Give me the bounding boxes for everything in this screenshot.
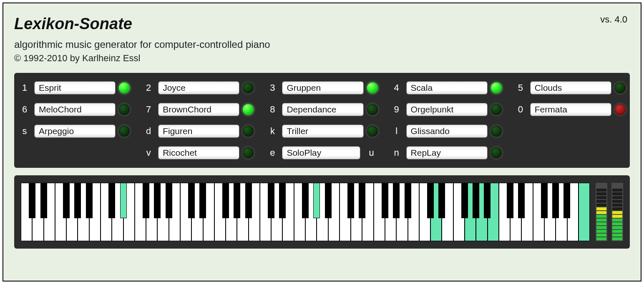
module-name-field[interactable]: Gruppen [282,81,363,95]
module-replay[interactable]: nRepLay [390,144,502,161]
module-joyce[interactable]: 2Joyce [142,80,254,96]
status-led[interactable] [119,82,130,93]
module-figuren[interactable]: dFiguren [142,123,254,140]
black-key[interactable] [86,183,93,218]
black-key[interactable] [143,183,149,218]
module-brownchord[interactable]: 7BrownChord [142,101,254,118]
module-key: 6 [18,104,31,115]
black-key[interactable] [279,183,286,218]
meter-segment [612,211,622,214]
black-key[interactable] [564,183,570,218]
piano-keyboard[interactable] [21,183,590,241]
module-name-field[interactable]: Clouds [530,81,611,95]
status-led[interactable] [367,126,378,137]
module-triller[interactable]: kTriller [266,123,377,140]
black-key[interactable] [405,183,411,218]
status-led[interactable] [491,104,502,115]
module-dependance[interactable]: 8Dependance [266,101,377,118]
level-meter-right [611,183,623,241]
black-key[interactable] [222,183,229,218]
module-esprit[interactable]: 1Esprit [18,80,130,96]
black-key[interactable] [325,183,332,218]
status-led[interactable] [367,82,378,93]
status-led[interactable] [119,104,130,115]
black-key[interactable] [120,183,127,218]
black-key[interactable] [518,183,525,218]
black-key[interactable] [393,183,400,218]
meter-segment [596,189,606,192]
status-led[interactable] [243,82,254,93]
black-key[interactable] [427,183,434,218]
status-led[interactable] [491,82,502,93]
module-soloplay[interactable]: eSoloPlayu [266,144,377,161]
black-key[interactable] [461,183,468,218]
black-key[interactable] [166,183,172,218]
module-name-field[interactable]: Scala [406,81,488,95]
module-arpeggio[interactable]: sArpeggio [18,123,130,140]
white-key[interactable] [579,183,590,241]
black-key[interactable] [473,183,479,218]
status-led[interactable] [367,104,378,115]
module-name-field[interactable]: Orgelpunkt [406,103,488,116]
status-led[interactable] [243,104,254,115]
status-led[interactable] [243,147,254,158]
module-name-field[interactable]: Ricochet [158,146,239,159]
status-led[interactable] [615,104,626,115]
module-name-field[interactable]: SoloPlay [282,146,360,159]
black-key[interactable] [347,183,354,218]
black-key[interactable] [382,183,388,218]
black-key[interactable] [484,183,491,218]
black-key[interactable] [541,183,548,218]
black-key[interactable] [29,183,35,218]
module-name-field[interactable]: Arpeggio [34,125,116,138]
module-name-field[interactable]: Dependance [282,103,363,116]
black-key[interactable] [199,183,206,218]
status-led[interactable] [491,147,502,158]
module-name-field[interactable]: MeloChord [34,103,116,116]
module-name-field[interactable]: BrownChord [158,103,239,116]
module-name-field[interactable]: Fermata [530,103,611,116]
module-panel: 1Esprit2Joyce3Gruppen4Scala5Clouds6MeloC… [14,73,630,168]
black-key[interactable] [438,183,445,218]
module-name-field[interactable]: Figuren [158,125,239,138]
module-key: 8 [266,104,279,115]
module-gruppen[interactable]: 3Gruppen [266,80,377,96]
black-key[interactable] [507,183,513,218]
status-led[interactable] [243,126,254,137]
black-key[interactable] [40,183,47,218]
meter-segment [596,226,606,229]
module-orgelpunkt[interactable]: 9Orgelpunkt [390,101,502,118]
black-key[interactable] [74,183,81,218]
module-scala[interactable]: 4Scala [390,80,502,96]
black-key[interactable] [245,183,252,218]
black-key[interactable] [188,183,195,218]
module-melochord[interactable]: 6MeloChord [18,101,130,118]
module-key: v [142,147,155,158]
black-key[interactable] [154,183,161,218]
black-key[interactable] [359,183,365,218]
black-key[interactable] [302,183,309,218]
black-key[interactable] [234,183,240,218]
status-led[interactable] [615,82,626,93]
meter-segment [596,219,606,222]
module-glissando[interactable]: lGlissando [390,123,502,140]
module-name-field[interactable]: Esprit [34,81,116,95]
module-name-field[interactable]: RepLay [406,146,488,159]
module-clouds[interactable]: 5Clouds [514,80,626,96]
module-key: 4 [390,82,403,93]
module-name-field[interactable]: Triller [282,125,363,138]
black-key[interactable] [552,183,559,218]
black-key[interactable] [313,183,320,218]
module-name-field[interactable]: Joyce [158,81,239,95]
module-ricochet[interactable]: vRicochet [142,144,254,161]
meter-segment [612,230,622,233]
meter-segment [612,207,622,210]
status-led[interactable] [491,126,502,137]
black-key[interactable] [268,183,274,218]
status-led[interactable] [119,126,130,137]
module-name-field[interactable]: Glissando [406,125,488,138]
black-key[interactable] [63,183,70,218]
meter-segment [596,234,606,237]
module-fermata[interactable]: 0Fermata [514,101,626,118]
black-key[interactable] [108,183,115,218]
